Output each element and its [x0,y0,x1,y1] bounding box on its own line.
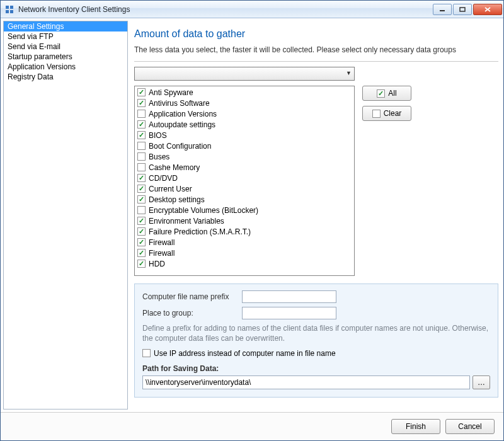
prefix-label: Computer file name prefix [142,292,237,301]
checklist-item[interactable]: Encryptable Volumes (BitLocker) [135,205,354,215]
checklist-item[interactable]: Desktop settings [135,194,354,205]
finish-label: Finish [406,422,426,431]
checklist-item-label: Cashe Memory [149,163,200,172]
checklist-item[interactable]: Boot Configuration [135,140,354,151]
checklist-item[interactable]: BIOS [135,130,354,140]
checklist-item-label: Anti Spyware [149,88,193,97]
checklist-item[interactable]: Failure Prediction (S.M.A.R.T.) [135,226,354,237]
path-input[interactable] [142,375,470,389]
check-icon [377,89,385,98]
checklist-item-label: Buses [149,152,169,161]
section-title: Amount of data to gather [134,28,498,40]
window-title: Network Inventory Client Settings [18,5,432,14]
cancel-label: Cancel [458,422,481,431]
svg-rect-0 [6,6,9,9]
checkbox-icon[interactable] [137,260,146,268]
checkbox-icon[interactable] [137,99,146,107]
checklist-item[interactable]: CD/DVD [135,173,354,183]
checkbox-icon[interactable] [137,249,146,257]
path-row: … [142,375,490,389]
svg-rect-5 [460,8,465,11]
svg-rect-2 [6,10,9,13]
checkbox-icon[interactable] [137,152,146,161]
sidebar-item-startup-parameters[interactable]: Startup parameters [4,52,127,62]
close-button[interactable] [473,4,502,15]
checkbox-icon[interactable] [137,174,146,182]
sidebar-item-registry-data[interactable]: Registry Data [4,72,127,82]
path-label: Path for Saving Data: [142,364,490,373]
data-group-checklist[interactable]: Anti SpywareAntivirus SoftwareApplicatio… [134,86,355,276]
checklist-item-label: HDD [149,260,165,268]
titlebar: Network Inventory Client Settings [1,1,503,18]
checklist-item-label: Environment Variables [149,217,224,226]
checklist-item[interactable]: Buses [135,151,354,162]
checkbox-icon[interactable] [137,195,146,203]
prefix-row: Computer file name prefix [142,290,490,303]
checklist-item-label: Boot Configuration [149,142,211,151]
checkbox-icon[interactable] [137,238,146,246]
svg-rect-1 [10,6,13,9]
checklist-item[interactable]: Antivirus Software [135,98,354,108]
checklist-item-label: Failure Prediction (S.M.A.R.T.) [149,227,251,236]
ellipsis-icon: … [478,378,485,387]
clear-button[interactable]: Clear [362,106,411,121]
group-input[interactable] [242,307,336,319]
clear-label: Clear [384,109,402,118]
checkbox-icon[interactable] [137,131,146,139]
body: General SettingsSend via FTPSend via E-m… [1,18,503,412]
checkbox-icon[interactable] [137,206,146,214]
select-all-button[interactable]: All [362,86,411,101]
checkbox-icon[interactable] [137,185,146,193]
category-combo[interactable] [134,67,355,81]
sidebar-item-send-via-ftp[interactable]: Send via FTP [4,32,127,42]
prefix-input[interactable] [242,290,336,303]
checklist-item-label: Encryptable Volumes (BitLocker) [149,206,258,215]
options-panel: Computer file name prefix Place to group… [134,284,498,397]
finish-button[interactable]: Finish [391,419,440,434]
use-ip-checkbox[interactable] [142,349,151,357]
checkbox-icon[interactable] [137,217,146,225]
checklist-buttons: All Clear [362,86,411,121]
help-text: Define a prefix for adding to names of t… [142,323,490,343]
checkbox-icon[interactable] [137,163,146,171]
checklist-item[interactable]: Environment Variables [135,215,354,226]
checklist-item[interactable]: Firewall [135,248,354,258]
group-row: Place to group: [142,307,490,319]
use-ip-row: Use IP address instead of computer name … [142,349,490,358]
sidebar-item-send-via-e-mail[interactable]: Send via E-mail [4,42,127,52]
checklist-item-label: Desktop settings [149,195,205,204]
minimize-button[interactable] [433,4,452,15]
checklist-item-label: BIOS [149,131,167,140]
sidebar-item-general-settings[interactable]: General Settings [4,21,127,32]
checklist-item[interactable]: Application Versions [135,108,354,119]
maximize-button[interactable] [453,4,472,15]
footer: Finish Cancel [1,412,503,440]
checklist-item-label: Antivirus Software [149,99,210,108]
sidebar: General SettingsSend via FTPSend via E-m… [3,21,128,410]
app-icon [4,4,14,14]
checklist-row: Anti SpywareAntivirus SoftwareApplicatio… [134,86,498,276]
use-ip-label: Use IP address instead of computer name … [154,349,336,358]
checklist-item[interactable]: Anti Spyware [135,87,354,98]
checklist-item[interactable]: HDD [135,258,354,269]
checkbox-icon[interactable] [137,110,146,118]
sidebar-item-application-versions[interactable]: Application Versions [4,62,127,72]
checklist-item-label: Firewall [149,238,175,247]
browse-button[interactable]: … [472,375,490,389]
window: Network Inventory Client Settings Genera… [0,0,504,441]
checkbox-icon[interactable] [137,142,146,150]
checkbox-icon[interactable] [137,88,146,96]
checklist-item[interactable]: Cashe Memory [135,162,354,173]
main-panel: Amount of data to gather The less data y… [132,21,501,410]
section-description: The less data you select, the faster it … [134,45,498,55]
checkbox-icon[interactable] [137,227,146,236]
all-label: All [388,89,396,98]
checkbox-icon[interactable] [137,120,146,129]
checklist-item[interactable]: Firewall [135,237,354,248]
checklist-item[interactable]: Current User [135,183,354,194]
checklist-item-label: Firewall [149,249,175,258]
window-controls [432,4,502,15]
cancel-button[interactable]: Cancel [445,419,495,434]
checklist-item-label: Autoupdate settings [149,120,215,129]
checklist-item[interactable]: Autoupdate settings [135,119,354,130]
